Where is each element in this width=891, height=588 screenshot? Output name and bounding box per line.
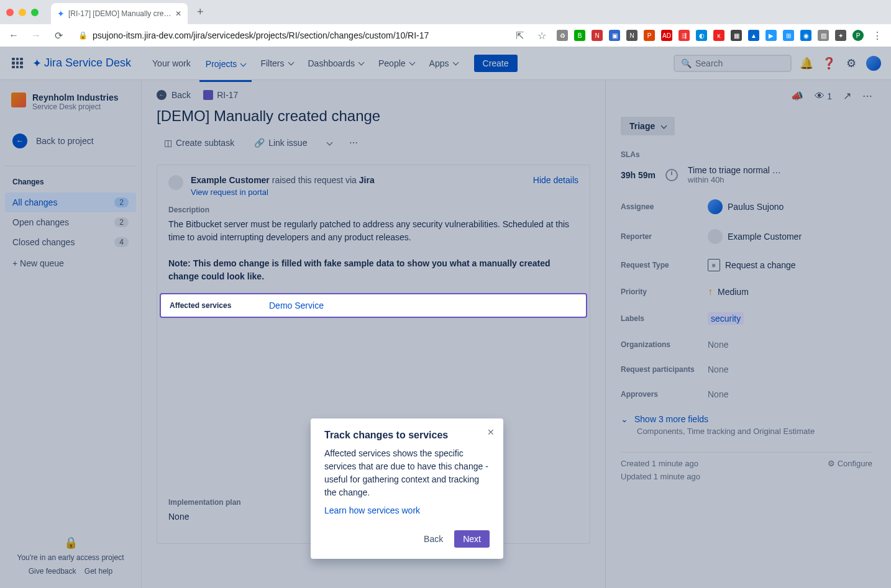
request-type-row[interactable]: Request Type ≡Request a change xyxy=(621,259,872,271)
nav-filters[interactable]: Filters xyxy=(254,55,299,72)
link-issue-button[interactable]: 🔗 Link issue xyxy=(247,133,314,152)
project-name: Reynholm Industries xyxy=(32,93,118,102)
tab-favicon-icon: ✦ xyxy=(57,9,65,19)
back-to-project-link[interactable]: ← Back to project xyxy=(5,127,136,155)
extensions-puzzle-icon[interactable]: ✦ xyxy=(835,30,846,41)
details-pane: 📣 👁 1 ↗ ⋯ Triage SLAs 39h 59m Time to tr… xyxy=(605,80,891,588)
ext-icon[interactable]: N xyxy=(626,30,637,41)
label-chip[interactable]: security xyxy=(708,312,744,325)
spotlight-back-button[interactable]: Back xyxy=(419,530,448,548)
nav-dashboards[interactable]: Dashboards xyxy=(302,55,370,72)
reporter-row[interactable]: Reporter Example Customer xyxy=(621,229,872,244)
nav-people[interactable]: People xyxy=(372,55,421,72)
assignee-row[interactable]: Assignee Paulus Sujono xyxy=(621,199,872,214)
affected-services-row[interactable]: Affected services Demo Service xyxy=(160,293,587,318)
link-dropdown-button[interactable] xyxy=(319,133,338,152)
spotlight-close-icon[interactable]: ✕ xyxy=(487,427,495,437)
requester-text: Example Customer raised this request via… xyxy=(191,175,526,197)
app-switcher-icon[interactable] xyxy=(10,56,25,71)
issue-actions: ◫ Create subtask 🔗 Link issue ⋯ xyxy=(157,133,590,152)
new-tab-button[interactable]: + xyxy=(197,6,204,19)
forward-icon: → xyxy=(29,30,43,41)
ext-icon[interactable]: ⇶ xyxy=(679,30,690,41)
labels-row[interactable]: Labels security xyxy=(621,312,872,325)
get-help-link[interactable]: Get help xyxy=(85,567,112,576)
reporter-avatar xyxy=(708,229,723,244)
ext-icon[interactable]: ◐ xyxy=(696,30,707,41)
issue-title[interactable]: [DEMO] Manually created change xyxy=(157,107,590,125)
profile-avatar-icon[interactable]: P xyxy=(852,30,864,41)
queue-all-changes[interactable]: All changes 2 xyxy=(5,192,136,212)
maximize-window-button[interactable] xyxy=(31,9,39,16)
sidebar: Reynholm Industries Service Desk project… xyxy=(0,80,142,588)
ext-icon[interactable]: κ xyxy=(713,30,724,41)
updated-text: Updated 1 minute ago xyxy=(621,472,700,481)
help-icon[interactable]: ❓ xyxy=(821,56,836,71)
open-external-icon[interactable]: ⇱ xyxy=(512,30,527,42)
nav-your-work[interactable]: Your work xyxy=(146,55,197,72)
description-value[interactable]: The Bitbucket server must be regularly p… xyxy=(168,218,578,283)
reload-icon[interactable]: ⟳ xyxy=(51,30,66,42)
ext-icon[interactable]: ◉ xyxy=(800,30,811,41)
spotlight-learn-link[interactable]: Learn how services work xyxy=(324,505,490,515)
ext-icon[interactable]: ⊞ xyxy=(783,30,794,41)
show-more-fields[interactable]: ⌄ Show 3 more fields xyxy=(621,414,872,424)
ext-icon[interactable]: ▶ xyxy=(765,30,777,41)
spotlight-next-button[interactable]: Next xyxy=(454,530,490,548)
ext-icon[interactable]: N xyxy=(592,30,603,41)
back-icon[interactable]: ← xyxy=(6,30,21,41)
clock-icon xyxy=(665,169,678,181)
affected-service-link[interactable]: Demo Service xyxy=(269,301,324,310)
queue-closed-changes[interactable]: Closed changes 4 xyxy=(5,232,136,252)
ext-icon[interactable]: ♻ xyxy=(557,30,568,41)
create-button[interactable]: Create xyxy=(474,55,518,72)
created-text: Created 1 minute ago xyxy=(621,459,698,468)
project-icon xyxy=(11,93,26,107)
browser-menu-icon[interactable]: ⋮ xyxy=(870,30,885,42)
search-input[interactable]: 🔍 Search xyxy=(674,55,792,72)
status-dropdown[interactable]: Triage xyxy=(621,117,675,135)
minimize-window-button[interactable] xyxy=(19,9,26,16)
ext-icon[interactable]: B xyxy=(574,30,585,41)
approvers-row[interactable]: Approvers None xyxy=(621,389,872,399)
window-controls xyxy=(6,9,39,16)
url-input[interactable]: 🔒 psujono-itsm.jira-dev.com/jira/service… xyxy=(73,30,505,40)
create-subtask-button[interactable]: ◫ Create subtask xyxy=(157,133,242,152)
notifications-icon[interactable]: 🔔 xyxy=(799,56,814,71)
more-icon[interactable]: ⋯ xyxy=(862,90,872,102)
close-window-button[interactable] xyxy=(6,9,14,16)
priority-row[interactable]: Priority ↑Medium xyxy=(621,286,872,297)
configure-link[interactable]: ⚙ Configure xyxy=(828,459,872,468)
watch-button[interactable]: 👁 1 xyxy=(815,91,832,102)
ext-icon[interactable]: AD xyxy=(661,30,672,41)
feedback-icon[interactable]: 📣 xyxy=(791,90,803,102)
ext-icon[interactable]: ▲ xyxy=(748,30,759,41)
ext-icon[interactable]: P xyxy=(644,30,655,41)
give-feedback-link[interactable]: Give feedback xyxy=(29,567,76,576)
product-logo[interactable]: ✦ Jira Service Desk xyxy=(32,57,131,70)
browser-tab[interactable]: ✦ [RI-17] [DEMO] Manually creat… ✕ xyxy=(51,3,188,24)
profile-avatar[interactable] xyxy=(866,56,881,71)
new-queue-link[interactable]: + New queue xyxy=(5,252,136,274)
organizations-row[interactable]: Organizations None xyxy=(621,340,872,350)
tab-close-icon[interactable]: ✕ xyxy=(175,9,181,18)
view-portal-link[interactable]: View request in portal xyxy=(191,188,526,197)
lock-icon: 🔒 xyxy=(5,536,136,550)
share-icon[interactable]: ↗ xyxy=(843,90,851,102)
product-name: Jira Service Desk xyxy=(44,57,131,70)
ext-icon[interactable]: ▦ xyxy=(731,30,742,41)
back-link[interactable]: ← Back xyxy=(157,90,191,100)
issue-key-link[interactable]: RI-17 xyxy=(203,90,238,100)
hide-details-link[interactable]: Hide details xyxy=(533,175,578,185)
settings-icon[interactable]: ⚙ xyxy=(844,56,859,71)
ext-icon[interactable]: ▨ xyxy=(818,30,829,41)
nav-apps[interactable]: Apps xyxy=(423,55,464,72)
ext-icon[interactable]: ▣ xyxy=(609,30,620,41)
nav-projects[interactable]: Projects xyxy=(199,55,252,82)
queue-open-changes[interactable]: Open changes 2 xyxy=(5,212,136,232)
back-arrow-icon: ← xyxy=(12,133,27,148)
participants-row[interactable]: Request participants None xyxy=(621,364,872,374)
star-icon[interactable]: ☆ xyxy=(534,30,549,42)
more-actions-button[interactable]: ⋯ xyxy=(343,133,364,152)
tab-title: [RI-17] [DEMO] Manually creat… xyxy=(68,9,171,18)
